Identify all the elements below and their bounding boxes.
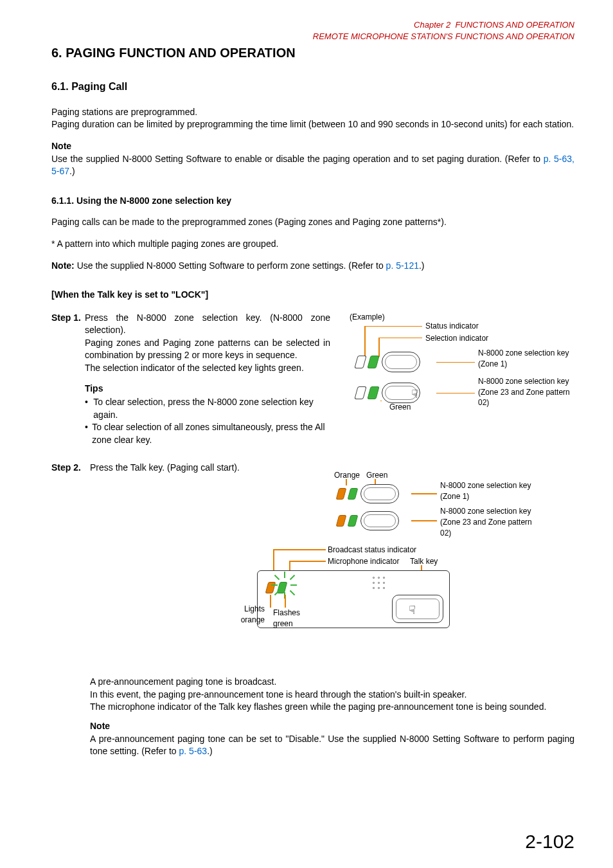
note-inline: Note: Use the supplied N-8000 Setting So…	[51, 260, 574, 273]
step2-after-block: A pre-announcement paging tone is broadc…	[90, 676, 574, 758]
status-indicator-orange-icon	[336, 515, 347, 527]
step1-line3: The selection indicator of the selected …	[85, 362, 330, 375]
zone-key-row-2b	[337, 511, 399, 530]
status-indicator-icon	[354, 386, 366, 399]
press-hand-icon: ☟	[411, 386, 418, 402]
leader-line	[436, 393, 475, 394]
step2-note-text: A pre-announcement paging tone can be se…	[90, 733, 574, 758]
example-label: (Example)	[350, 312, 385, 323]
mic-label: Microphone indicator	[328, 556, 399, 567]
heading-1: 6. PAGING FUNCTION AND OPERATION	[51, 44, 574, 62]
leader-line	[285, 595, 286, 608]
heading-3: 6.1.1. Using the N-8000 zone selection k…	[51, 195, 574, 208]
zone-key-row-2	[356, 383, 420, 403]
chapter-prefix: Chapter 2	[414, 20, 450, 30]
note-block-1: Note Use the supplied N-8000 Setting Sof…	[51, 140, 574, 178]
zone-selection-key[interactable]	[382, 352, 420, 372]
step2-note-link[interactable]: p. 5-63	[179, 746, 208, 756]
broadcast-indicator-icon	[265, 582, 276, 593]
green-label: Green	[366, 470, 387, 481]
status-indicator-icon	[354, 356, 366, 368]
leader-line	[411, 520, 437, 521]
footnote: * A pattern into which multiple paging z…	[51, 238, 574, 251]
zone1-label: N-8000 zone selection key (Zone 1)	[478, 348, 574, 370]
zone-selection-key[interactable]	[360, 484, 399, 503]
leader-line	[273, 549, 326, 550]
leader-line	[436, 362, 475, 363]
diagram-example: (Example) Status indicator Selection ind…	[343, 312, 574, 440]
page-number: 2-102	[525, 828, 574, 855]
leader-line	[380, 401, 382, 402]
flashes-green-label: Flashes green	[273, 608, 305, 629]
tip2-text: To clear selection of all zones simultan…	[92, 421, 330, 446]
zone2-label-b: N-8000 zone selection key (Zone 23 and Z…	[440, 506, 540, 538]
step2-after1: A pre-announcement paging tone is broadc…	[90, 676, 574, 689]
selection-indicator-green-icon	[348, 488, 359, 500]
selection-indicator-label: Selection indicator	[425, 333, 488, 344]
leader-line	[378, 338, 422, 339]
speaker-dots-icon	[373, 577, 386, 590]
leader-line	[411, 493, 437, 494]
tip-2: •To clear selection of all zones simulta…	[85, 421, 330, 446]
tips-label: Tips	[85, 383, 330, 395]
note1-text-b: .)	[69, 166, 75, 176]
intro-p2: Paging duration can be limited by prepro…	[51, 119, 574, 129]
green-label: Green	[389, 402, 411, 413]
press-hand-icon: ☟	[409, 602, 416, 619]
status-indicator-orange-icon	[336, 488, 347, 500]
talk-key-label: Talk key	[410, 556, 438, 567]
chapter-header: Chapter 2 FUNCTIONS AND OPERATION	[51, 19, 574, 31]
step2-after3: The microphone indicator of the Talk key…	[90, 701, 574, 714]
tip-1: •To clear selection, press the N-8000 zo…	[85, 396, 330, 421]
note-inline-b: .)	[419, 260, 425, 271]
intro-p1: Paging stations are preprogrammed.	[51, 107, 197, 117]
section-header: REMOTE MICROPHONE STATION'S FUNCTIONS AN…	[51, 31, 574, 42]
note1-text-a: Use the supplied N-8000 Setting Software…	[51, 154, 544, 164]
step2-line1: Press the Talk key. (Paging call start).	[90, 462, 270, 475]
step2-label: Step 2.	[51, 462, 90, 475]
step1-line2: Paging zones and Paging zone patterns ca…	[85, 337, 330, 362]
step1-line1: Press the N-8000 zone selection key. (N-…	[85, 312, 330, 337]
zone-selection-key[interactable]	[360, 511, 399, 530]
para3: Paging calls can be made to the preprogr…	[51, 216, 574, 229]
step2-after2: In this event, the paging pre-announceme…	[90, 689, 574, 701]
bracket-heading: [When the Talk key is set to "LOCK"]	[51, 289, 574, 302]
talk-key-button[interactable]	[392, 595, 443, 623]
diagram-talk-key: Orange Green N-8000 zone selection key (…	[90, 480, 540, 673]
selection-indicator-icon	[367, 356, 379, 368]
note-inline-label: Note:	[51, 260, 75, 271]
zone-key-row-1	[356, 352, 420, 372]
orange-label: Orange	[334, 470, 360, 481]
note-inline-a: Use the supplied N-8000 Setting Software…	[75, 260, 386, 271]
leader-line	[364, 326, 422, 327]
step2-note-label: Note	[90, 720, 574, 733]
zone-key-row-1b	[337, 484, 399, 503]
zone2-label: N-8000 zone selection key (Zone 23 and Z…	[478, 376, 574, 408]
step1-label: Step 1.	[51, 312, 81, 447]
chapter-title: FUNCTIONS AND OPERATION	[455, 20, 574, 30]
tip1-text: To clear selection, press the N-8000 zon…	[93, 396, 330, 421]
leader-line	[289, 561, 326, 562]
intro-paragraph: Paging stations are preprogrammed. Pagin…	[51, 106, 574, 131]
note-label: Note	[51, 140, 574, 153]
heading-2: 6.1. Paging Call	[51, 80, 574, 94]
selection-indicator-icon	[367, 386, 379, 399]
note-inline-link[interactable]: p. 5-121	[386, 260, 419, 271]
broadcast-label: Broadcast status indicator	[328, 545, 416, 556]
lights-orange-label: Lights orange	[233, 604, 265, 626]
selection-indicator-green-icon	[348, 515, 359, 527]
zone1-label-b: N-8000 zone selection key (Zone 1)	[440, 480, 540, 502]
leader-line	[270, 595, 271, 608]
status-indicator-label: Status indicator	[425, 321, 479, 332]
step-1: Step 1. Press the N-8000 zone selection …	[51, 312, 330, 447]
